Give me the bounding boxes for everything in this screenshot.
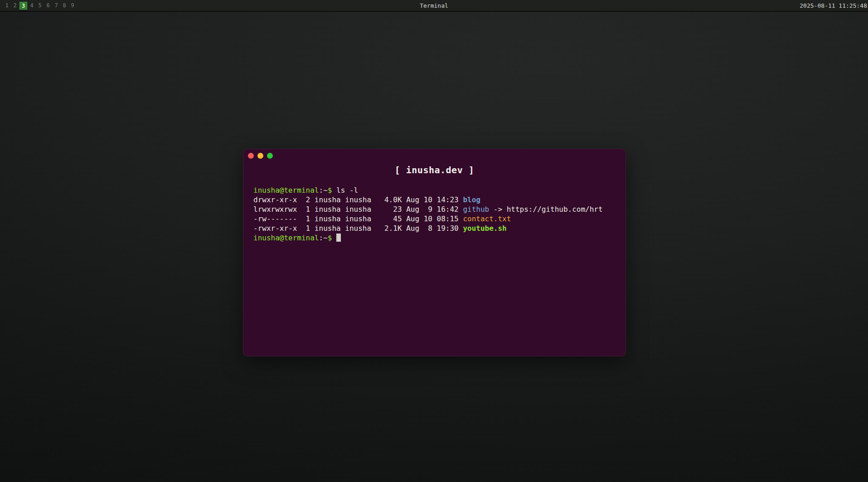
workspace-button-7[interactable]: 7: [53, 2, 60, 10]
terminal-text-segment: ls -l: [336, 186, 358, 195]
workspace-button-6[interactable]: 6: [44, 2, 52, 10]
terminal-text-segment: $: [328, 186, 336, 195]
terminal-text-segment: contact.txt: [463, 214, 511, 223]
top-bar: 123456789 Terminal 2025-08-11 11:25:48: [0, 0, 868, 12]
terminal-text-segment: lrwxrwxrwx 1 inusha inusha 23 Aug 9 16:4…: [253, 205, 463, 214]
bar-window-title: Terminal: [0, 2, 868, 9]
terminal-line: -rwxr-xr-x 1 inusha inusha 2.1K Aug 8 19…: [253, 224, 624, 233]
maximize-button[interactable]: [267, 153, 273, 159]
workspace-button-8[interactable]: 8: [61, 2, 68, 10]
terminal-text-segment: :~: [319, 186, 328, 195]
bar-clock: 2025-08-11 11:25:48: [800, 2, 868, 9]
terminal-line: inusha@terminal:~$ ls -l: [253, 185, 624, 195]
terminal-line: drwxr-xr-x 2 inusha inusha 4.0K Aug 10 1…: [253, 195, 624, 204]
workspace-button-1[interactable]: 1: [3, 2, 10, 10]
terminal-text-segment: inusha@terminal: [253, 234, 319, 242]
workspace-list: 123456789: [0, 2, 77, 10]
terminal-banner-title: [ inusha.dev ]: [243, 165, 626, 175]
workspace-button-2[interactable]: 2: [11, 2, 19, 10]
terminal-cursor: [336, 234, 341, 242]
workspace-button-3[interactable]: 3: [19, 2, 27, 10]
terminal-text-segment: blog: [463, 195, 480, 204]
terminal-text-segment: drwxr-xr-x 2 inusha inusha 4.0K Aug 10 1…: [253, 195, 463, 204]
desktop-background: 123456789 Terminal 2025-08-11 11:25:48 […: [0, 0, 868, 482]
workspace-button-5[interactable]: 5: [36, 2, 44, 10]
minimize-button[interactable]: [257, 153, 263, 159]
workspace-button-9[interactable]: 9: [69, 2, 76, 10]
terminal-window[interactable]: [ inusha.dev ] inusha@terminal:~$ ls -ld…: [243, 149, 626, 356]
terminal-line: inusha@terminal:~$: [253, 233, 624, 243]
terminal-text-segment: github: [463, 205, 489, 214]
traffic-lights: [243, 149, 626, 159]
terminal-text-segment: inusha@terminal: [253, 186, 319, 195]
terminal-text-segment: -rwxr-xr-x 1 inusha inusha 2.1K Aug 8 19…: [253, 224, 463, 233]
terminal-text-segment: $: [328, 234, 336, 242]
terminal-text-segment: :~: [319, 234, 328, 242]
terminal-text-segment: -> https://github.com/hrt: [489, 205, 602, 214]
terminal-output[interactable]: inusha@terminal:~$ ls -ldrwxr-xr-x 2 inu…: [243, 185, 626, 243]
close-button[interactable]: [248, 153, 254, 159]
terminal-text-segment: youtube.sh: [463, 224, 506, 233]
workspace-button-4[interactable]: 4: [28, 2, 35, 10]
terminal-line: -rw------- 1 inusha inusha 45 Aug 10 08:…: [253, 214, 624, 224]
terminal-text-segment: -rw------- 1 inusha inusha 45 Aug 10 08:…: [253, 214, 463, 223]
terminal-line: lrwxrwxrwx 1 inusha inusha 23 Aug 9 16:4…: [253, 204, 624, 214]
